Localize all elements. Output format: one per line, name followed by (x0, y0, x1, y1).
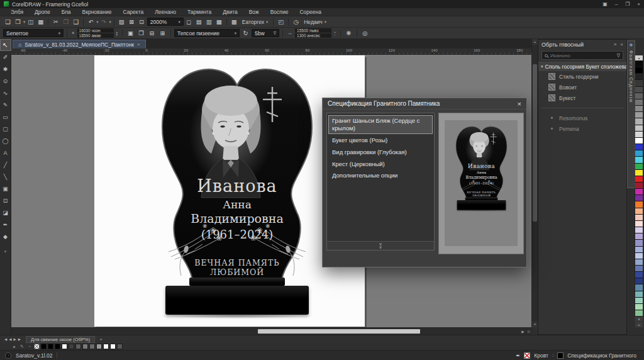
menu-item[interactable]: Дропе (29, 9, 56, 15)
document-color-swatch[interactable] (117, 344, 123, 349)
palette-color-swatch[interactable] (635, 132, 643, 137)
palette-color-swatch[interactable] (635, 61, 643, 67)
document-color-swatch[interactable] (75, 344, 81, 349)
palette-color-swatch[interactable] (635, 99, 643, 105)
redo-icon[interactable]: ↷ (99, 17, 109, 26)
position-spin-down-icon[interactable]: ▾ (116, 33, 118, 36)
text-tool-icon[interactable]: А (0, 147, 11, 159)
pen-tool-icon[interactable]: ✒ (0, 218, 11, 230)
view-simple-icon[interactable]: ▤ (194, 17, 204, 26)
eraser-tool-icon[interactable]: ◪ (0, 206, 11, 218)
print-icon[interactable]: ▦ (36, 17, 45, 26)
frame-tool-icon[interactable]: ▣ (0, 183, 11, 194)
scroll-up-button[interactable]: ▴ (532, 39, 538, 45)
menu-item[interactable]: Элбя (5, 9, 29, 15)
menu-item[interactable]: Бпа (56, 9, 77, 15)
palette-scroll-down-icon[interactable]: ▾ (635, 317, 643, 322)
document-color-swatch[interactable] (110, 344, 116, 349)
ellipse-tool-icon[interactable]: ◯ (0, 135, 11, 147)
palette-color-swatch[interactable] (635, 284, 643, 290)
zoom-tool-icon[interactable]: ⊙ (0, 75, 11, 87)
palette-color-swatch[interactable] (635, 106, 643, 111)
palette-color-swatch[interactable] (635, 272, 643, 278)
cut-icon[interactable]: ✂ (51, 17, 60, 26)
shape-tool-icon[interactable]: ✐ (0, 51, 11, 63)
placeholder-tool-icon[interactable]: ⊡ (0, 194, 11, 206)
palette-color-swatch[interactable] (635, 67, 643, 73)
palette-color-swatch[interactable] (635, 150, 643, 156)
view-normal-icon[interactable]: ▥ (204, 17, 214, 26)
import-image-icon[interactable]: ▨ (117, 17, 126, 26)
palette-color-swatch[interactable] (635, 304, 643, 310)
last-page-icon[interactable]: ▶ (18, 337, 21, 341)
previous-page-icon[interactable]: ◀ (9, 337, 11, 341)
docker-secondary-item[interactable]: ⌖ Resomonus (538, 113, 626, 123)
open-icon[interactable]: ❒ (13, 17, 23, 26)
outline-none-swatch[interactable] (524, 352, 530, 359)
first-page-icon[interactable]: ◀ (4, 337, 7, 341)
palette-color-swatch[interactable] (635, 176, 643, 182)
palette-color-swatch[interactable] (635, 144, 643, 150)
next-page-icon[interactable]: ▶ (13, 337, 16, 341)
palette-cursor-icon[interactable]: ▸ (11, 344, 18, 349)
restore-button[interactable]: ❐ (625, 1, 630, 7)
vertical-scroll-thumb[interactable] (533, 64, 537, 222)
palette-pencil-icon[interactable]: ✎ (19, 344, 25, 349)
dialog-close-icon[interactable]: × (518, 100, 521, 108)
effects-menu-button[interactable]: Еаторгех ▾ (240, 19, 270, 25)
palette-color-swatch[interactable] (635, 266, 643, 271)
fullscreen-icon[interactable]: ◻ (184, 17, 194, 26)
angle-field[interactable]: 5bw ∇ (252, 29, 279, 37)
docker-flyout-icon[interactable]: » (614, 42, 616, 47)
order-front-icon[interactable]: ⊞ (158, 28, 167, 38)
rectangle-tool-icon[interactable]: ▭ (0, 111, 11, 123)
history-clock-icon[interactable]: ◷ (291, 17, 301, 26)
menu-item[interactable]: Двита (217, 9, 243, 15)
document-color-swatch[interactable] (48, 344, 53, 349)
palette-color-swatch[interactable] (635, 74, 643, 79)
curve-tool-icon[interactable]: ∿ (0, 87, 11, 99)
palette-color-swatch[interactable] (635, 118, 643, 124)
undo-dropdown-icon[interactable]: ▾ (96, 20, 98, 25)
menu-item[interactable]: Сореена (294, 9, 326, 15)
pick-tool-icon[interactable]: ↖ (0, 39, 11, 51)
palette-color-swatch[interactable] (635, 253, 643, 259)
save-icon[interactable]: ◫ (26, 17, 35, 26)
document-color-swatch[interactable] (41, 344, 47, 349)
copy-icon[interactable]: ❐ (61, 17, 70, 26)
specification-list-item[interactable]: Вид гравировки (Глубокая) (328, 147, 433, 158)
palette-color-swatch[interactable] (635, 112, 643, 118)
document-color-swatch[interactable] (62, 344, 67, 349)
document-color-swatch[interactable] (103, 344, 109, 349)
document-color-swatch[interactable] (96, 344, 102, 349)
dialog-title-bar[interactable]: Спецификация Гранитного Памятника × (323, 98, 526, 110)
fill-tool-icon[interactable]: ◆ (0, 230, 11, 242)
palette-color-swatch[interactable] (635, 138, 643, 143)
menu-item[interactable]: Воспие (265, 9, 294, 15)
rotate-icon[interactable]: ↻ (241, 28, 250, 38)
specification-list-item[interactable]: Букет цветов (Розы) (328, 135, 433, 146)
menu-item[interactable]: Тарминта (182, 9, 217, 15)
palette-color-swatch[interactable] (635, 183, 643, 188)
duplicate-icon[interactable]: ❐ (136, 28, 146, 38)
palette-scroll-up-icon[interactable]: ▴ (635, 55, 643, 60)
object-height-field[interactable]: 1300 анесвс (295, 33, 331, 38)
scroll-right-button[interactable]: ▶ (521, 329, 525, 334)
color-wheel-icon[interactable]: ◎ (360, 28, 370, 38)
order-back-icon[interactable]: ⊟ (147, 28, 157, 38)
palette-color-swatch[interactable] (635, 227, 643, 233)
minimize-button[interactable]: – (615, 1, 618, 7)
filter-icon[interactable]: ∇ (617, 53, 620, 59)
palette-color-swatch[interactable] (635, 208, 643, 214)
y-position-field[interactable]: 18590 амае (77, 33, 114, 38)
palette-color-swatch[interactable] (635, 247, 643, 252)
export-image-icon[interactable]: ⊠ (127, 17, 136, 26)
palette-color-swatch[interactable] (635, 195, 643, 201)
add-tool-icon[interactable]: + (0, 245, 11, 257)
palette-color-swatch[interactable] (635, 240, 643, 245)
menu-item[interactable]: Леенано (149, 9, 182, 15)
no-color-swatch[interactable] (34, 344, 40, 349)
palette-color-swatch[interactable] (635, 291, 643, 297)
docker-secondary-item[interactable]: ⌖ Pemena (538, 123, 626, 134)
list-more-button[interactable]: ∨ ∨ (327, 241, 434, 250)
